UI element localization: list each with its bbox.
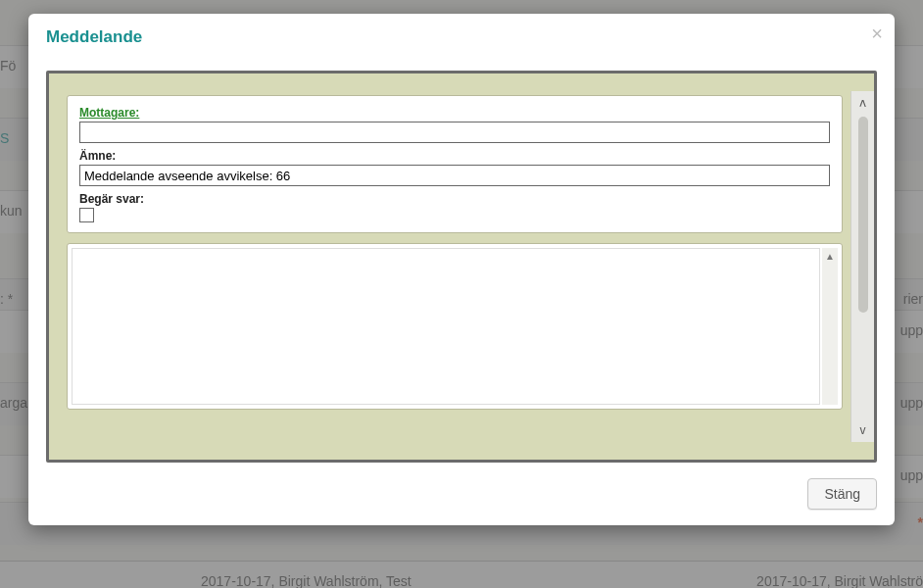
modal-title: Meddelande (46, 27, 142, 46)
scroll-track[interactable] (851, 115, 874, 418)
message-body-panel: ▲ (67, 243, 843, 410)
request-reply-checkbox[interactable] (79, 208, 94, 222)
close-icon[interactable]: × (871, 24, 883, 43)
subject-label: Ämne: (79, 149, 830, 163)
request-reply-label: Begär svar: (79, 192, 830, 206)
outer-scrollbar[interactable]: ʌ v (850, 91, 874, 442)
header-fields-panel: Mottagare: Ämne: Begär svar: (67, 95, 843, 233)
scroll-thumb[interactable] (858, 117, 868, 313)
chevron-up-icon[interactable]: ▲ (822, 248, 838, 264)
message-modal: Meddelande × Mottagare: Ämne: Begär svar… (28, 14, 895, 525)
form-area: Mottagare: Ämne: Begär svar: ▲ (63, 91, 850, 442)
chevron-up-icon[interactable]: ʌ (851, 91, 874, 115)
close-button[interactable]: Stäng (807, 478, 877, 510)
chevron-down-icon[interactable]: v (851, 418, 874, 442)
editor-scrollbar[interactable]: ▲ (822, 248, 838, 405)
modal-body: Mottagare: Ämne: Begär svar: ▲ (28, 57, 895, 468)
recipient-input[interactable] (79, 122, 830, 143)
modal-footer: Stäng (28, 468, 895, 525)
message-frame: Mottagare: Ämne: Begär svar: ▲ (46, 71, 877, 463)
recipient-label[interactable]: Mottagare: (79, 106, 830, 120)
subject-input[interactable] (79, 165, 830, 186)
message-body-editor[interactable] (72, 248, 820, 405)
modal-header: Meddelande × (28, 14, 895, 57)
